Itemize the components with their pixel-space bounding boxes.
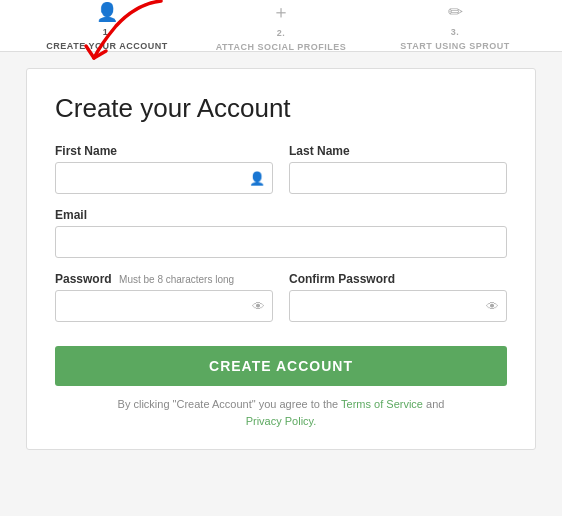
step-create-account[interactable]: 👤 1. CREATE YOUR ACCOUNT: [20, 1, 194, 51]
last-name-input[interactable]: [289, 162, 507, 194]
email-wrapper: [55, 226, 507, 258]
password-wrapper: 👁: [55, 290, 273, 322]
name-row: First Name 👤 Last Name: [55, 144, 507, 194]
first-name-wrapper: 👤: [55, 162, 273, 194]
step-attach-social-number: 2.: [277, 28, 286, 38]
terms-text: By clicking "Create Account" you agree t…: [55, 396, 507, 429]
create-account-button[interactable]: CREATE ACCOUNT: [55, 346, 507, 386]
password-row: Password Must be 8 characters long 👁 Con…: [55, 272, 507, 322]
last-name-label: Last Name: [289, 144, 507, 158]
confirm-password-wrapper: 👁: [289, 290, 507, 322]
step-attach-social-text: ATTACH SOCIAL PROFILES: [216, 42, 347, 52]
terms-middle: and: [426, 398, 444, 410]
first-name-group: First Name 👤: [55, 144, 273, 194]
user-icon: 👤: [96, 1, 118, 23]
step-start-using[interactable]: ✏ 3. START USING SPROUT: [368, 1, 542, 51]
terms-of-service-link[interactable]: Terms of Service: [341, 398, 423, 410]
last-name-wrapper: [289, 162, 507, 194]
create-account-form: Create your Account First Name 👤 Last Na…: [26, 68, 536, 450]
first-name-label: First Name: [55, 144, 273, 158]
password-input[interactable]: [55, 290, 273, 322]
password-label: Password Must be 8 characters long: [55, 272, 273, 286]
step-start-using-text: START USING SPROUT: [400, 41, 509, 51]
email-label: Email: [55, 208, 507, 222]
step-attach-social[interactable]: ＋ 2. ATTACH SOCIAL PROFILES: [194, 0, 368, 52]
email-group: Email: [55, 208, 507, 258]
step-create-account-text: CREATE YOUR ACCOUNT: [46, 41, 167, 51]
password-note: Must be 8 characters long: [119, 274, 234, 285]
pencil-icon: ✏: [448, 1, 463, 23]
confirm-password-label: Confirm Password: [289, 272, 507, 286]
plus-icon: ＋: [272, 0, 290, 24]
last-name-group: Last Name: [289, 144, 507, 194]
terms-prefix: By clicking "Create Account" you agree t…: [118, 398, 339, 410]
form-title: Create your Account: [55, 93, 507, 124]
confirm-password-group: Confirm Password 👁: [289, 272, 507, 322]
step-start-using-number: 3.: [451, 27, 460, 37]
password-group: Password Must be 8 characters long 👁: [55, 272, 273, 322]
stepper: 👤 1. CREATE YOUR ACCOUNT ＋ 2. ATTACH SOC…: [0, 0, 562, 52]
step-create-account-label: 1.: [103, 27, 112, 37]
privacy-policy-link[interactable]: Privacy Policy.: [246, 415, 317, 427]
confirm-password-input[interactable]: [289, 290, 507, 322]
email-input[interactable]: [55, 226, 507, 258]
first-name-input[interactable]: [55, 162, 273, 194]
email-row: Email: [55, 208, 507, 258]
